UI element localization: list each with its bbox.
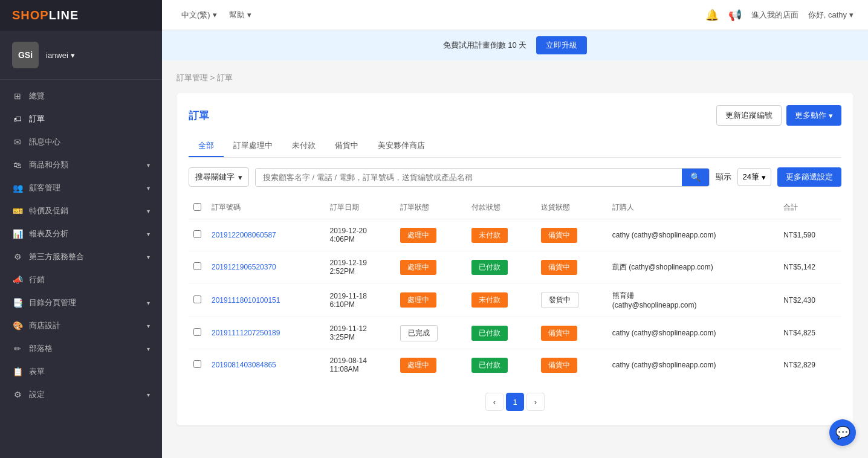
sidebar-item-promotions[interactable]: 🎫 特價及促銷 ▾: [0, 199, 162, 222]
tab-unpaid[interactable]: 未付款: [282, 135, 325, 157]
customer-1: 凱西 (cathy@shoplineapp.com): [607, 251, 779, 283]
row-checkbox-0[interactable]: [193, 230, 201, 238]
table-row: 2019122008060587 2019-12-20 4:06PM 處理中 未…: [189, 219, 841, 251]
search-box: 🔍: [255, 168, 710, 187]
logo-text: SHOPLINE: [12, 8, 79, 22]
sidebar-item-third-party[interactable]: ⚙ 第三方服務整合 ▾: [0, 245, 162, 268]
shipping-status-3: 備貨中: [536, 317, 607, 349]
promotions-icon: 🎫: [12, 206, 23, 216]
user-menu[interactable]: 你好, cathy ▾: [808, 10, 853, 21]
sidebar-item-overview[interactable]: ⊞ 總覽: [0, 85, 162, 108]
upgrade-button[interactable]: 立即升級: [536, 36, 587, 54]
sidebar-store[interactable]: GSi ianwei ▾: [0, 31, 162, 80]
reports-icon: 📊: [12, 229, 23, 239]
order-link-1[interactable]: 2019121906520370: [212, 263, 276, 271]
order-link-3[interactable]: 20191111207250189: [212, 329, 280, 337]
help-menu[interactable]: 幫助 ▾: [224, 7, 256, 23]
chat-widget[interactable]: 💬: [829, 419, 856, 446]
pagination-page-1[interactable]: 1: [506, 393, 524, 411]
store-link[interactable]: 進入我的店面: [751, 10, 798, 21]
order-link-4[interactable]: 2019081403084865: [212, 361, 276, 369]
row-checkbox-1[interactable]: [193, 262, 201, 270]
marketing-icon: 📣: [12, 275, 23, 285]
language-selector[interactable]: 中文(繁) ▾: [177, 7, 222, 23]
sidebar-item-store-design[interactable]: 🎨 商店設計 ▾: [0, 314, 162, 337]
total-1: NT$5,142: [779, 251, 841, 283]
col-order-status: 訂單狀態: [395, 196, 467, 219]
sidebar-item-orders[interactable]: 🏷 訂單: [0, 108, 162, 131]
store-design-icon: 🎨: [12, 321, 23, 331]
order-date-2: 2019-11-18 6:10PM: [325, 283, 396, 317]
search-button[interactable]: 🔍: [682, 169, 709, 186]
blog-icon: ✏: [12, 344, 23, 353]
megaphone-icon[interactable]: 📢: [728, 8, 742, 22]
orders-table: 訂單號碼 訂單日期 訂單狀態 付款狀態 送貨狀態 訂購人 合計 20191220…: [189, 196, 841, 381]
sidebar-item-blog[interactable]: ✏ 部落格 ▾: [0, 337, 162, 360]
update-tracking-button[interactable]: 更新追蹤編號: [716, 105, 782, 126]
order-date-0: 2019-12-20 4:06PM: [325, 219, 396, 251]
chevron-down-icon: ▾: [147, 208, 150, 214]
chevron-down-icon: ▾: [762, 173, 766, 182]
chevron-down-icon: ▾: [247, 10, 251, 19]
pagination-prev[interactable]: ‹: [485, 393, 504, 411]
sidebar-item-catalog[interactable]: 📑 目錄分頁管理 ▾: [0, 291, 162, 314]
tab-processing[interactable]: 訂單處理中: [224, 135, 282, 157]
main-content: 中文(繁) ▾ 幫助 ▾ 🔔 📢 進入我的店面 你好, cathy ▾ 免費試用…: [162, 0, 868, 458]
display-count-select[interactable]: 24筆 ▾: [737, 168, 771, 186]
col-total: 合計: [779, 196, 841, 219]
card-actions: 更新追蹤編號 更多動作 ▾: [716, 105, 841, 126]
chevron-down-icon: ▾: [147, 323, 150, 329]
shipping-status-1: 備貨中: [536, 251, 607, 283]
order-tabs: 全部 訂單處理中 未付款 備貨中 美安夥伴商店: [189, 135, 841, 158]
tab-backorder[interactable]: 備貨中: [325, 135, 368, 157]
order-status-2: 處理中: [395, 283, 467, 317]
chevron-down-icon: ▾: [849, 10, 853, 19]
display-label: 顯示: [716, 172, 731, 182]
col-shipping-status: 送貨狀態: [536, 196, 607, 219]
customer-4: cathy (cathy@shoplineapp.com): [607, 349, 779, 381]
row-checkbox-4[interactable]: [193, 360, 201, 368]
bell-icon[interactable]: 🔔: [705, 8, 719, 22]
pagination-next[interactable]: ›: [526, 393, 545, 411]
sidebar-item-customers[interactable]: 👥 顧客管理 ▾: [0, 176, 162, 199]
pagination: ‹ 1 ›: [189, 381, 841, 413]
order-link-2[interactable]: 20191118010100151: [212, 296, 280, 305]
total-4: NT$2,829: [779, 349, 841, 381]
messages-icon: ✉: [12, 137, 23, 147]
top-nav-left: 中文(繁) ▾ 幫助 ▾: [177, 7, 256, 23]
more-filters-button[interactable]: 更多篩選設定: [777, 167, 841, 187]
payment-status-1: 已付款: [467, 251, 536, 283]
avatar: GSi: [12, 42, 39, 68]
sidebar-item-messages[interactable]: ✉ 訊息中心: [0, 131, 162, 153]
col-order-id: 訂單號碼: [207, 196, 325, 219]
sidebar-item-forms[interactable]: 📋 表單: [0, 360, 162, 383]
sidebar-item-products[interactable]: 🛍 商品和分類 ▾: [0, 153, 162, 176]
total-3: NT$4,825: [779, 317, 841, 349]
products-icon: 🛍: [12, 160, 23, 170]
order-status-4: 處理中: [395, 349, 467, 381]
banner-text: 免費試用計畫倒數 10 天: [443, 40, 527, 51]
page-content: 訂單管理 > 訂單 訂單 更新追蹤編號 更多動作 ▾ 全部 訂單處理中: [162, 60, 868, 458]
order-status-0: 處理中: [395, 219, 467, 251]
order-link-0[interactable]: 2019122008060587: [212, 231, 276, 239]
col-order-date: 訂單日期: [325, 196, 396, 219]
shipping-status-0: 備貨中: [536, 219, 607, 251]
order-status-3: 已完成: [395, 317, 467, 349]
top-navigation: 中文(繁) ▾ 幫助 ▾ 🔔 📢 進入我的店面 你好, cathy ▾: [162, 0, 868, 30]
row-checkbox-2[interactable]: [193, 295, 201, 303]
tab-all[interactable]: 全部: [189, 135, 224, 157]
keyword-filter-select[interactable]: 搜尋關鍵字 ▾: [189, 167, 249, 187]
orders-icon: 🏷: [12, 114, 23, 124]
search-input[interactable]: [256, 169, 682, 186]
table-row: 20191111207250189 2019-11-12 3:25PM 已完成 …: [189, 317, 841, 349]
row-checkbox-3[interactable]: [193, 328, 201, 336]
chevron-down-icon: ▾: [147, 300, 150, 306]
sidebar-item-reports[interactable]: 📊 報表及分析 ▾: [0, 222, 162, 245]
table-row: 2019121906520370 2019-12-19 2:52PM 處理中 已…: [189, 251, 841, 283]
tab-amway[interactable]: 美安夥伴商店: [368, 135, 435, 157]
select-all-checkbox[interactable]: [193, 203, 201, 211]
sidebar-item-settings[interactable]: ⚙ 設定 ▾: [0, 383, 162, 406]
more-actions-button[interactable]: 更多動作 ▾: [786, 105, 841, 126]
table-row: 20191118010100151 2019-11-18 6:10PM 處理中 …: [189, 283, 841, 317]
sidebar-item-marketing[interactable]: 📣 行銷: [0, 268, 162, 291]
